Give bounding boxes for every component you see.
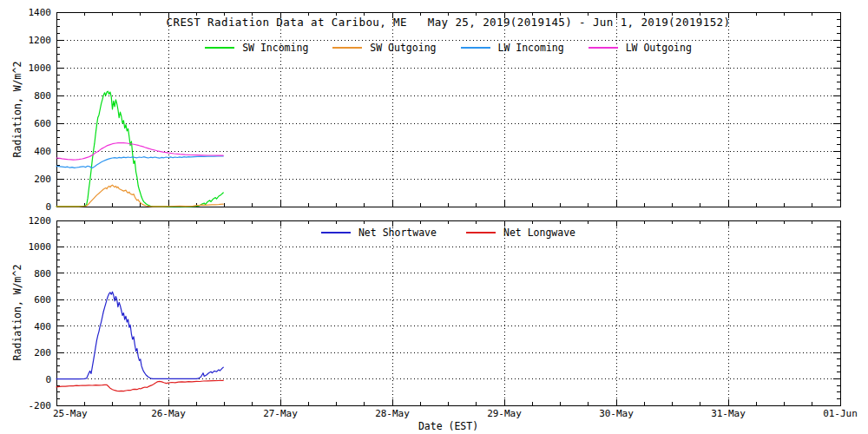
bottom-panel-ytick-labels: -200020040060080010001200 — [29, 215, 52, 411]
svg-text:31-May: 31-May — [711, 408, 746, 419]
svg-text:-200: -200 — [29, 400, 52, 411]
legend-item-lw-outgoing: LW Outgoing — [589, 42, 692, 54]
legend-item-sw-incoming: SW Incoming — [205, 42, 308, 54]
legend-item-lw-incoming: LW Incoming — [461, 42, 564, 54]
lw-outgoing-legend-label: LW Outgoing — [626, 42, 692, 54]
bottom-panel-ticks — [56, 220, 840, 405]
svg-text:30-May: 30-May — [599, 408, 634, 419]
lw-incoming-legend-label: LW Incoming — [498, 42, 564, 54]
svg-text:800: 800 — [34, 90, 51, 102]
svg-text:800: 800 — [34, 268, 51, 279]
svg-text:26-May: 26-May — [151, 408, 186, 419]
x-axis-title: Date (EST) — [56, 420, 840, 432]
charts-canvas: 0200400600800100012001400-20002004006008… — [0, 0, 868, 434]
svg-text:28-May: 28-May — [375, 408, 410, 419]
sw-outgoing-legend-label: SW Outgoing — [370, 42, 436, 54]
svg-text:1000: 1000 — [29, 241, 52, 253]
svg-text:1400: 1400 — [29, 7, 52, 18]
legend-item-net-shortwave: Net Shortwave — [321, 227, 437, 239]
xtick-labels: 25-May26-May27-May28-May29-May30-May31-M… — [53, 408, 858, 419]
net-longwave-legend-line-icon — [466, 232, 496, 233]
svg-text:400: 400 — [34, 321, 51, 332]
series-lw-incoming-line — [56, 156, 223, 168]
sw-outgoing-legend-line-icon — [332, 47, 362, 49]
svg-text:600: 600 — [34, 118, 51, 129]
svg-text:01-Jun: 01-Jun — [823, 408, 858, 419]
svg-text:200: 200 — [34, 174, 51, 185]
svg-text:1200: 1200 — [29, 35, 52, 46]
bottom-y-axis-title: Radiation, W/m^2 — [11, 265, 23, 361]
svg-text:400: 400 — [34, 146, 51, 157]
svg-text:25-May: 25-May — [53, 408, 88, 419]
top-panel: 0200400600800100012001400 — [29, 7, 841, 213]
top-panel-ytick-labels: 0200400600800100012001400 — [29, 7, 52, 213]
svg-text:0: 0 — [45, 201, 51, 213]
sw-incoming-legend-label: SW Incoming — [242, 42, 308, 54]
top-panel-legend: SW Incoming SW Outgoing LW Incoming LW O… — [56, 42, 840, 54]
svg-text:200: 200 — [34, 347, 51, 358]
sw-incoming-legend-line-icon — [205, 47, 234, 49]
series-net-longwave-line — [56, 380, 223, 391]
svg-text:0: 0 — [45, 374, 51, 385]
top-y-axis-title: Radiation, W/m^2 — [11, 62, 23, 158]
net-shortwave-legend-label: Net Shortwave — [358, 227, 437, 239]
svg-text:27-May: 27-May — [263, 408, 298, 419]
bottom-panel: -20002004006008001000120025-May26-May27-… — [29, 215, 858, 419]
radiation-chart-page: 0200400600800100012001400-20002004006008… — [0, 0, 868, 434]
lw-incoming-legend-line-icon — [461, 47, 490, 49]
svg-text:1000: 1000 — [29, 62, 52, 74]
svg-text:600: 600 — [34, 294, 51, 306]
net-longwave-legend-label: Net Longwave — [503, 227, 575, 239]
series-sw-incoming-line — [56, 91, 223, 207]
legend-item-net-longwave: Net Longwave — [466, 227, 575, 239]
series-net-shortwave-line — [56, 292, 223, 378]
legend-item-sw-outgoing: SW Outgoing — [332, 42, 436, 54]
bottom-panel-border — [56, 220, 840, 405]
net-shortwave-legend-line-icon — [321, 232, 351, 233]
lw-outgoing-legend-line-icon — [589, 47, 618, 49]
svg-text:29-May: 29-May — [487, 408, 522, 419]
bottom-panel-gridlines — [56, 220, 840, 405]
bottom-panel-legend: Net Shortwave Net Longwave — [56, 227, 840, 239]
series-sw-outgoing-line — [56, 185, 223, 207]
chart-title: CREST Radiation Data at Caribou, ME May … — [56, 16, 840, 29]
svg-text:1200: 1200 — [29, 215, 52, 227]
